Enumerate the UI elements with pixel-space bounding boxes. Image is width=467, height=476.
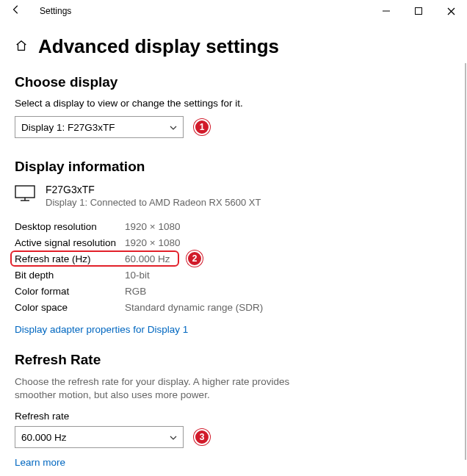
page-header: Advanced display settings bbox=[15, 35, 452, 58]
back-button[interactable] bbox=[6, 4, 26, 18]
color-space-value: Standard dynamic range (SDR) bbox=[125, 302, 263, 313]
refresh-rate-value: 60.000 Hz bbox=[125, 253, 170, 264]
color-format-value: RGB bbox=[125, 286, 146, 297]
refresh-rate-description: Choose the refresh rate for your display… bbox=[15, 375, 323, 402]
display-name: F27G3xTF bbox=[46, 184, 261, 195]
refresh-rate-select-value: 60.000 Hz bbox=[21, 432, 67, 443]
display-select[interactable]: Display 1: F27G3xTF bbox=[15, 116, 184, 138]
info-row: Bit depth 10-bit bbox=[15, 267, 452, 283]
annotation-1: 1 bbox=[194, 119, 210, 135]
choose-display-heading: Choose display bbox=[15, 74, 452, 90]
chevron-down-icon bbox=[170, 123, 177, 131]
refresh-rate-label: Refresh rate (Hz) bbox=[15, 253, 125, 264]
active-signal-resolution-label: Active signal resolution bbox=[15, 237, 125, 248]
window-controls bbox=[370, 0, 467, 22]
bit-depth-label: Bit depth bbox=[15, 270, 125, 281]
active-signal-resolution-value: 1920 × 1080 bbox=[125, 237, 180, 248]
home-icon[interactable] bbox=[15, 39, 28, 55]
display-connection: Display 1: Connected to AMD Radeon RX 56… bbox=[46, 197, 261, 208]
svg-rect-4 bbox=[15, 186, 35, 198]
annotation-3: 3 bbox=[194, 429, 210, 445]
adapter-properties-link[interactable]: Display adapter properties for Display 1 bbox=[15, 324, 188, 335]
learn-more-link[interactable]: Learn more bbox=[15, 457, 65, 468]
close-button[interactable] bbox=[435, 0, 467, 22]
maximize-button[interactable] bbox=[402, 0, 435, 22]
monitor-icon bbox=[15, 184, 35, 204]
refresh-rate-row-highlight: Refresh rate (Hz) 60.000 Hz bbox=[10, 250, 179, 267]
app-title: Settings bbox=[40, 6, 71, 16]
display-info-heading: Display information bbox=[15, 159, 452, 175]
svg-rect-1 bbox=[416, 8, 422, 15]
annotation-2: 2 bbox=[187, 250, 203, 267]
page-title: Advanced display settings bbox=[38, 35, 279, 58]
minimize-button[interactable] bbox=[370, 0, 402, 22]
refresh-rate-field-label: Refresh rate bbox=[15, 411, 452, 422]
choose-display-description: Select a display to view or change the s… bbox=[15, 98, 452, 109]
chevron-down-icon bbox=[170, 433, 177, 441]
titlebar: Settings bbox=[0, 0, 467, 22]
scrollbar[interactable] bbox=[465, 63, 466, 460]
info-row: Color space Standard dynamic range (SDR) bbox=[15, 299, 452, 315]
display-select-value: Display 1: F27G3xTF bbox=[21, 122, 115, 133]
refresh-rate-select[interactable]: 60.000 Hz bbox=[15, 426, 184, 448]
info-row: Active signal resolution 1920 × 1080 bbox=[15, 234, 452, 250]
color-space-label: Color space bbox=[15, 302, 125, 313]
info-row: Desktop resolution 1920 × 1080 bbox=[15, 218, 452, 234]
refresh-rate-heading: Refresh Rate bbox=[15, 352, 452, 368]
desktop-resolution-value: 1920 × 1080 bbox=[125, 221, 180, 232]
desktop-resolution-label: Desktop resolution bbox=[15, 221, 125, 232]
bit-depth-value: 10-bit bbox=[125, 270, 150, 281]
display-info-table: Desktop resolution 1920 × 1080 Active si… bbox=[15, 218, 452, 315]
color-format-label: Color format bbox=[15, 286, 125, 297]
info-row: Color format RGB bbox=[15, 283, 452, 299]
